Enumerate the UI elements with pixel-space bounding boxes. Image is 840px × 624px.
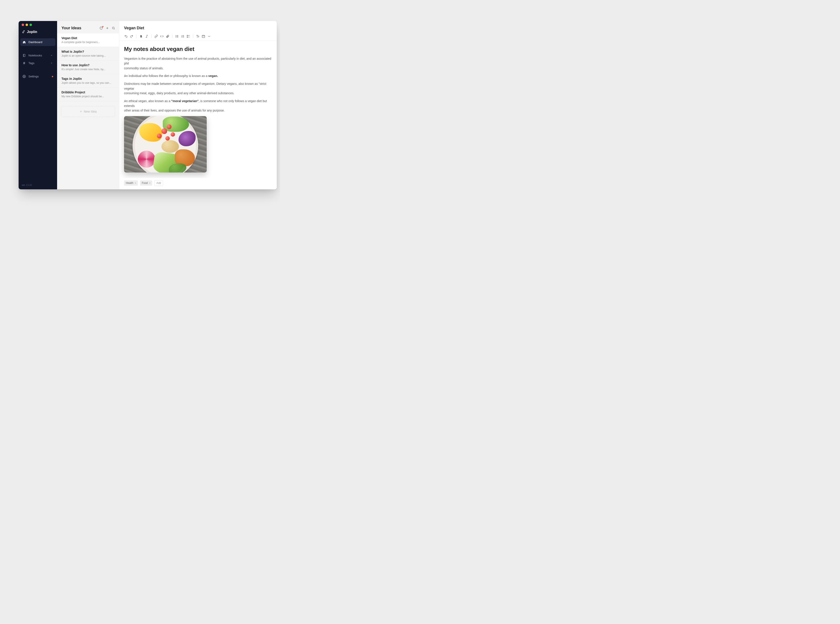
note-item[interactable]: Tags in Joplin Joplin allows you to use … [57,74,119,88]
svg-rect-8 [202,35,205,38]
redo-button[interactable] [130,34,134,38]
svg-point-2 [112,27,114,29]
app-version: ver. 2.1.0 [19,181,57,189]
nav-item-dashboard[interactable]: Dashboard [20,38,55,46]
notes-toolbar [99,26,115,30]
note-item-excerpt: My new Dribbble project should be... [62,95,114,98]
document-body[interactable]: My notes about vegan diet Veganism is th… [119,41,277,178]
nav-tertiary: Settings [19,73,57,80]
tag-chip[interactable]: Health × [124,181,138,185]
undo-button[interactable] [124,34,128,38]
tag-chip[interactable]: Food × [140,181,152,185]
editor-pane: Vegan Diet My notes about vegan diet Veg… [119,21,277,189]
chevron-down-icon [50,62,53,65]
nav-secondary: Notebooks Tags [19,52,57,67]
doc-paragraph: An individual who follows the diet or ph… [124,74,272,79]
svg-point-1 [24,76,25,77]
code-icon [160,34,164,38]
minimize-window-button[interactable] [26,24,28,26]
note-item-title: Tags in Joplin [62,77,114,80]
doc-heading: My notes about vegan diet [124,45,272,53]
attachment-button[interactable] [166,34,170,38]
bullet-list-button[interactable] [175,34,179,38]
text-format-button[interactable] [196,34,200,38]
hash-icon [23,62,26,65]
nav-item-tags[interactable]: Tags [20,59,55,67]
svg-rect-6 [187,35,188,36]
checklist-button[interactable] [186,34,190,38]
note-item[interactable]: How to use Joplin? It's simple! Just cre… [57,60,119,74]
doc-paragraph: Distinctions may be made between several… [124,82,272,96]
link-icon [155,34,158,38]
maximize-window-button[interactable] [29,24,32,26]
gear-icon [23,75,26,78]
date-button[interactable] [201,34,206,38]
new-idea-button[interactable]: New Idea [61,106,115,117]
note-item-excerpt: It's simple! Just create new Note, by... [62,68,114,71]
italic-button[interactable] [145,34,149,38]
tag-remove-button[interactable]: × [135,182,136,184]
paperclip-icon [166,34,169,38]
minus-icon [207,34,211,38]
svg-rect-7 [187,37,188,37]
new-note-button[interactable] [105,26,109,30]
joplin-logo-icon [22,30,25,34]
note-item[interactable]: What is Joplin? Joplin is an open-source… [57,47,119,60]
note-item-excerpt: A complete guide for beginners... [62,41,114,44]
tag-remove-button[interactable]: × [149,182,150,184]
sidebar: Joplin Dashboard Notebooks Tags [19,21,57,189]
chevron-down-icon [50,54,53,57]
code-button[interactable] [160,34,164,38]
window-controls [19,21,57,27]
app-window: Joplin Dashboard Notebooks Tags [19,21,277,189]
horizontal-rule-button[interactable] [207,34,211,38]
nav-item-settings[interactable]: Settings [20,73,55,80]
text-size-icon [196,34,200,38]
nav-label: Tags [28,62,34,65]
note-item-title: How to use Joplin? [62,63,114,67]
doc-paragraph: An ethical vegan, also known as a "moral… [124,99,272,113]
nav-primary: Dashboard [19,38,57,46]
note-item-title: What is Joplin? [62,50,114,53]
undo-icon [124,34,128,38]
checklist-icon [187,34,190,38]
note-item-title: Vegan Diet [62,36,114,40]
search-button[interactable] [111,26,115,30]
add-tag-label: Add [156,181,161,185]
app-brand: Joplin [19,27,57,38]
search-icon [112,26,115,30]
italic-icon [145,34,149,38]
tag-row: Health × Food × Add [119,178,277,189]
new-idea-label: New Idea [84,110,97,113]
plus-icon [106,26,109,30]
app-name: Joplin [27,30,37,34]
home-icon [23,40,26,44]
note-item-excerpt: Joplin is an open-source note taking... [62,54,114,57]
calendar-icon [202,34,205,38]
tag-label: Food [142,181,148,185]
bold-button[interactable] [139,34,143,38]
notes-title: Your Ideas [62,26,81,30]
nav-label: Notebooks [28,54,42,57]
note-item[interactable]: Vegan Diet A complete guide for beginner… [57,34,119,47]
redo-icon [130,34,133,38]
editor-header: Vegan Diet [119,21,277,33]
bold-icon [139,34,143,38]
link-button[interactable] [154,34,158,38]
editor-toolbar [119,33,277,41]
svg-rect-0 [23,54,25,57]
nav-label: Dashboard [28,40,42,44]
nav-item-notebooks[interactable]: Notebooks [20,52,55,59]
note-item[interactable]: Dribbble Project My new Dribbble project… [57,88,119,101]
sync-button[interactable] [99,26,103,30]
numbered-list-button[interactable] [181,34,185,38]
note-title[interactable]: Vegan Diet [124,26,272,30]
sync-badge-dot [102,26,104,27]
add-tag-button[interactable]: Add [155,180,163,186]
close-window-button[interactable] [22,24,24,26]
notes-column: Your Ideas Vegan Diet A complete guide f… [57,21,119,189]
bullet-list-icon [175,34,179,38]
plus-icon [79,110,82,113]
embedded-image [124,116,207,173]
note-item-title: Dribbble Project [62,91,114,94]
